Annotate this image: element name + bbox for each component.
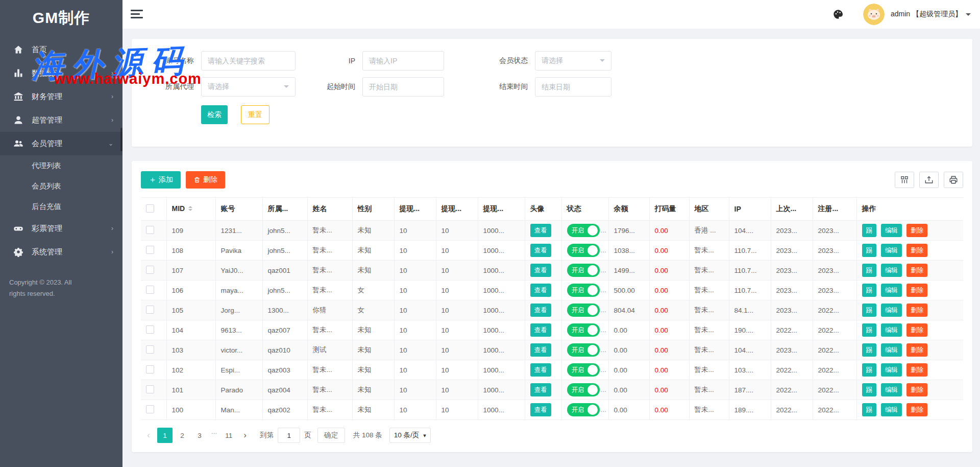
view-avatar-button[interactable]: 查看	[530, 363, 551, 377]
user-menu-caret-icon[interactable]	[966, 13, 971, 18]
page-size-select[interactable]: 10 条/页▾	[389, 428, 431, 443]
print-button[interactable]	[944, 172, 963, 188]
kick-button[interactable]: 踢	[862, 363, 877, 377]
column-header[interactable]: MID	[166, 198, 215, 221]
user-avatar[interactable]	[863, 4, 885, 25]
row-checkbox[interactable]	[146, 306, 154, 314]
row-checkbox[interactable]	[146, 385, 154, 393]
row-checkbox[interactable]	[146, 405, 154, 413]
kick-button[interactable]: 踢	[862, 343, 877, 357]
status-toggle[interactable]: 开启	[567, 264, 600, 277]
kick-button[interactable]: 踢	[862, 383, 877, 396]
sidebar-item-user[interactable]: 超管管理›	[0, 108, 122, 132]
edit-button[interactable]: 编辑	[881, 323, 902, 337]
ip-input[interactable]	[369, 57, 437, 65]
member-status-select[interactable]: 请选择	[535, 51, 611, 71]
search-button[interactable]: 检索	[201, 105, 228, 124]
sidebar-item-chart[interactable]: 数据统计›	[0, 61, 122, 85]
edit-button[interactable]: 编辑	[881, 244, 902, 257]
status-toggle[interactable]: 开启	[567, 284, 600, 297]
delete-button[interactable]: 删除	[906, 244, 927, 257]
sort-icon[interactable]	[188, 204, 192, 213]
status-toggle[interactable]: 开启	[567, 244, 600, 257]
status-toggle[interactable]: 开启	[567, 383, 600, 396]
agent-select[interactable]: 请选择	[201, 77, 296, 97]
start-date-input[interactable]	[369, 83, 437, 91]
delete-button[interactable]: 删除	[906, 403, 927, 416]
page-number-button[interactable]: 11	[221, 428, 236, 443]
page-number-button[interactable]: 2	[175, 428, 190, 443]
view-avatar-button[interactable]: 查看	[530, 224, 551, 237]
page-jump-input[interactable]	[278, 428, 300, 443]
kick-button[interactable]: 踢	[862, 244, 877, 257]
select-all-checkbox[interactable]	[146, 204, 154, 213]
row-checkbox[interactable]	[146, 266, 154, 274]
batch-delete-button[interactable]: 删除	[186, 171, 225, 189]
current-user-label[interactable]: admin 【超级管理员】	[891, 10, 962, 19]
reset-button[interactable]: 重置	[241, 105, 270, 124]
view-avatar-button[interactable]: 查看	[530, 284, 551, 297]
view-avatar-button[interactable]: 查看	[530, 343, 551, 357]
kick-button[interactable]: 踢	[862, 323, 877, 337]
jump-confirm-button[interactable]: 确定	[317, 428, 345, 443]
page-number-button[interactable]: 3	[192, 428, 207, 443]
delete-button[interactable]: 删除	[906, 323, 927, 337]
delete-button[interactable]: 删除	[906, 383, 927, 396]
edit-button[interactable]: 编辑	[881, 284, 902, 297]
status-toggle[interactable]: 开启	[567, 224, 600, 237]
view-avatar-button[interactable]: 查看	[530, 323, 551, 337]
columns-filter-button[interactable]	[895, 172, 914, 188]
edit-button[interactable]: 编辑	[881, 343, 902, 357]
edit-button[interactable]: 编辑	[881, 224, 902, 237]
kick-button[interactable]: 踢	[862, 224, 877, 237]
submenu-item[interactable]: 代理列表	[0, 155, 122, 176]
row-checkbox[interactable]	[146, 365, 154, 373]
status-toggle[interactable]: 开启	[567, 303, 600, 317]
menu-toggle-icon[interactable]	[131, 9, 144, 19]
sidebar-scrollbar[interactable]	[120, 128, 122, 151]
kick-button[interactable]: 踢	[862, 264, 877, 277]
next-page-button[interactable]: ›	[237, 428, 253, 443]
kick-button[interactable]: 踢	[862, 403, 877, 416]
delete-button[interactable]: 删除	[906, 363, 927, 377]
row-checkbox[interactable]	[146, 246, 154, 254]
delete-button[interactable]: 删除	[906, 224, 927, 237]
view-avatar-button[interactable]: 查看	[530, 303, 551, 317]
sidebar-item-bank[interactable]: 财务管理›	[0, 85, 122, 108]
theme-palette-icon[interactable]	[832, 9, 844, 20]
delete-button[interactable]: 删除	[906, 284, 927, 297]
kick-button[interactable]: 踢	[862, 284, 877, 297]
row-checkbox[interactable]	[146, 345, 154, 354]
submenu-item[interactable]: 后台充值	[0, 196, 122, 217]
add-button[interactable]: ＋添加	[141, 171, 181, 189]
keyword-search-input[interactable]	[208, 57, 289, 65]
edit-button[interactable]: 编辑	[881, 303, 902, 317]
sidebar-item-gear[interactable]: 系统管理›	[0, 240, 122, 264]
edit-button[interactable]: 编辑	[881, 363, 902, 377]
status-toggle[interactable]: 开启	[567, 323, 600, 337]
submenu-item[interactable]: 会员列表	[0, 176, 122, 196]
row-checkbox[interactable]	[146, 226, 154, 234]
view-avatar-button[interactable]: 查看	[530, 244, 551, 257]
view-avatar-button[interactable]: 查看	[530, 264, 551, 277]
status-toggle[interactable]: 开启	[567, 363, 600, 377]
sidebar-item-lottery[interactable]: 彩票管理›	[0, 217, 122, 240]
status-toggle[interactable]: 开启	[567, 403, 600, 416]
delete-button[interactable]: 删除	[906, 343, 927, 357]
row-checkbox[interactable]	[146, 325, 154, 334]
edit-button[interactable]: 编辑	[881, 403, 902, 416]
page-number-button[interactable]: 1	[157, 428, 173, 443]
delete-button[interactable]: 删除	[906, 264, 927, 277]
prev-page-button[interactable]: ‹	[141, 428, 156, 443]
end-date-input[interactable]	[542, 83, 605, 91]
status-toggle[interactable]: 开启	[567, 343, 600, 357]
edit-button[interactable]: 编辑	[881, 264, 902, 277]
row-checkbox[interactable]	[146, 286, 154, 294]
sidebar-item-users[interactable]: 会员管理⌄	[0, 132, 122, 155]
export-button[interactable]	[919, 172, 939, 188]
edit-button[interactable]: 编辑	[881, 383, 902, 396]
view-avatar-button[interactable]: 查看	[530, 403, 551, 416]
kick-button[interactable]: 踢	[862, 303, 877, 317]
view-avatar-button[interactable]: 查看	[530, 383, 551, 396]
sidebar-item-home[interactable]: 首页	[0, 38, 122, 61]
